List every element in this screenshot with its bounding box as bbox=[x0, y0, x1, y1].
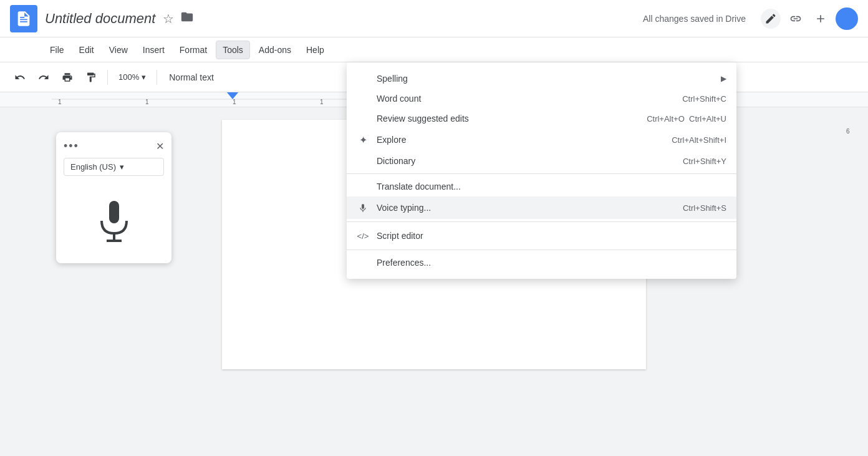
svg-text:1: 1 bbox=[145, 99, 149, 105]
voice-typing-icon bbox=[357, 201, 369, 214]
explore-icon: ✦ bbox=[357, 133, 369, 146]
svg-rect-7 bbox=[109, 201, 119, 223]
review-shortcut: Ctrl+Alt+O Ctrl+Alt+U bbox=[647, 114, 726, 124]
menu-edit[interactable]: Edit bbox=[73, 41, 100, 59]
link-icon[interactable] bbox=[786, 9, 806, 29]
voice-typing-shortcut: Ctrl+Shift+S bbox=[683, 203, 726, 213]
explore-label: Explore bbox=[377, 135, 664, 145]
svg-text:1: 1 bbox=[320, 99, 324, 105]
style-selector[interactable]: Normal text bbox=[163, 69, 219, 85]
redo-button[interactable] bbox=[34, 67, 54, 87]
menu-tools[interactable]: Tools bbox=[216, 41, 250, 59]
translate-menu-item[interactable]: Translate document... bbox=[347, 177, 736, 196]
menu-format[interactable]: Format bbox=[173, 41, 213, 59]
voice-mic-area[interactable] bbox=[64, 186, 164, 256]
script-editor-label: Script editor bbox=[377, 231, 719, 241]
explore-shortcut: Ctrl+Alt+Shift+I bbox=[672, 135, 726, 145]
print-button[interactable] bbox=[57, 67, 77, 87]
script-editor-icon: </> bbox=[357, 230, 369, 242]
zoom-selector[interactable]: 100% ▾ bbox=[114, 69, 150, 85]
menu-insert[interactable]: Insert bbox=[137, 41, 171, 59]
style-value: Normal text bbox=[169, 72, 214, 82]
voice-panel-close[interactable]: ✕ bbox=[156, 140, 164, 152]
explore-menu-item[interactable]: ✦ Explore Ctrl+Alt+Shift+I bbox=[347, 129, 736, 151]
review-menu-item[interactable]: Review suggested edits Ctrl+Alt+O Ctrl+A… bbox=[347, 109, 736, 129]
menu-file[interactable]: File bbox=[44, 41, 70, 59]
separator-1 bbox=[107, 70, 108, 85]
voice-language-label: English (US) bbox=[70, 162, 116, 172]
menu-section-4: Preferences... bbox=[347, 250, 736, 275]
voice-typing-menu-item[interactable]: Voice typing... Ctrl+Shift+S bbox=[347, 196, 736, 219]
paint-format-button[interactable] bbox=[81, 67, 101, 87]
preferences-label: Preferences... bbox=[377, 258, 719, 268]
tools-dropdown-menu: Spelling ▶ Word count Ctrl+Shift+C Revie… bbox=[347, 62, 736, 279]
title-bar: Untitled document ☆ All changes saved in… bbox=[0, 0, 868, 37]
voice-typing-panel: ••• ✕ English (US) ▾ bbox=[56, 132, 171, 263]
word-count-menu-item[interactable]: Word count Ctrl+Shift+C bbox=[347, 89, 736, 109]
title-icons: ☆ bbox=[163, 10, 194, 27]
voice-language-selector[interactable]: English (US) ▾ bbox=[64, 158, 164, 176]
preferences-menu-item[interactable]: Preferences... bbox=[347, 253, 736, 273]
dictionary-label: Dictionary bbox=[377, 156, 675, 166]
dictionary-menu-item[interactable]: Dictionary Ctrl+Shift+Y bbox=[347, 151, 736, 171]
avatar-icon[interactable] bbox=[836, 7, 858, 30]
word-count-label: Word count bbox=[377, 94, 675, 104]
svg-text:1: 1 bbox=[58, 99, 62, 105]
pen-icon[interactable] bbox=[761, 9, 781, 29]
voice-typing-label: Voice typing... bbox=[377, 203, 675, 213]
add-icon[interactable] bbox=[811, 9, 831, 29]
svg-marker-6 bbox=[226, 92, 239, 99]
menu-section-1: Spelling ▶ Word count Ctrl+Shift+C Revie… bbox=[347, 66, 736, 174]
spelling-label: Spelling bbox=[377, 74, 713, 84]
voice-language-arrow: ▾ bbox=[120, 162, 124, 172]
zoom-value: 100% bbox=[118, 72, 139, 82]
folder-icon[interactable] bbox=[180, 10, 194, 27]
dictionary-shortcut: Ctrl+Shift+Y bbox=[683, 157, 726, 166]
star-icon[interactable]: ☆ bbox=[163, 11, 174, 26]
svg-text:6: 6 bbox=[846, 128, 850, 135]
doc-title[interactable]: Untitled document bbox=[45, 11, 155, 27]
menu-section-2: Translate document... Voice typing... Ct… bbox=[347, 174, 736, 222]
zoom-arrow: ▾ bbox=[142, 72, 146, 82]
separator-2 bbox=[157, 70, 157, 85]
script-editor-menu-item[interactable]: </> Script editor bbox=[347, 225, 736, 247]
microphone-icon bbox=[94, 198, 134, 248]
voice-panel-header: ••• ✕ bbox=[64, 140, 164, 153]
svg-text:1: 1 bbox=[233, 99, 236, 105]
menu-section-3: </> Script editor bbox=[347, 222, 736, 250]
voice-panel-dots[interactable]: ••• bbox=[64, 140, 79, 153]
translate-label: Translate document... bbox=[377, 182, 719, 192]
menu-bar: File Edit View Insert Format Tools Add-o… bbox=[0, 37, 868, 62]
right-header-icons bbox=[761, 7, 858, 30]
spelling-arrow: ▶ bbox=[721, 74, 726, 83]
menu-addons[interactable]: Add-ons bbox=[253, 41, 297, 59]
spelling-menu-item[interactable]: Spelling ▶ bbox=[347, 69, 736, 89]
word-count-shortcut: Ctrl+Shift+C bbox=[682, 94, 726, 104]
saved-status: All changes saved in Drive bbox=[643, 14, 746, 24]
undo-button[interactable] bbox=[10, 67, 30, 87]
review-label: Review suggested edits bbox=[377, 114, 639, 124]
app-icon[interactable] bbox=[10, 5, 37, 32]
menu-help[interactable]: Help bbox=[300, 41, 330, 59]
menu-view[interactable]: View bbox=[103, 41, 134, 59]
